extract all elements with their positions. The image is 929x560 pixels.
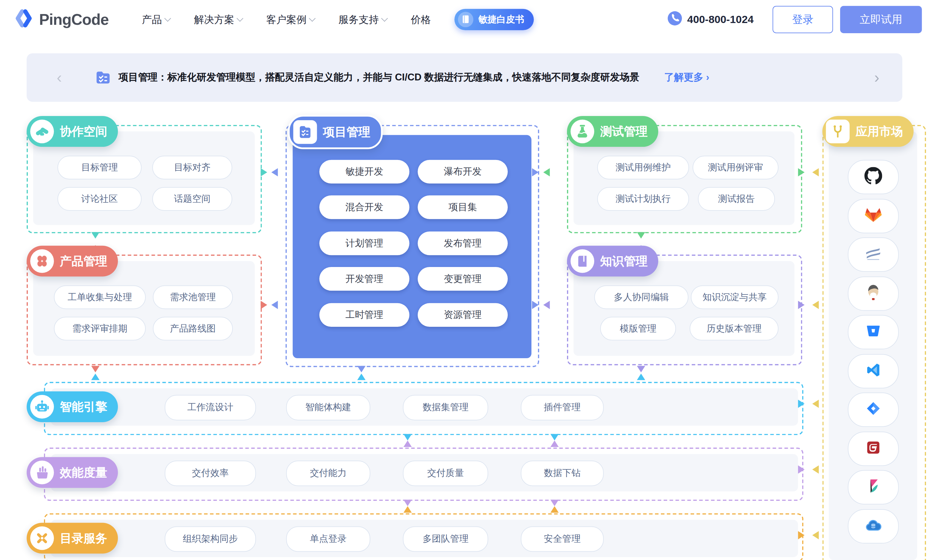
feature-org-sync[interactable]: 组织架构同步	[164, 526, 256, 552]
feature-program[interactable]: 项目集	[418, 195, 508, 219]
feature-goal-alignment[interactable]: 目标对齐	[152, 156, 232, 179]
feature-delivery-capability[interactable]: 交付能力	[286, 461, 370, 486]
arrow-ai-to-project	[357, 374, 366, 380]
jira-icon	[865, 400, 881, 419]
agile-whitepaper-button[interactable]: 敏捷白皮书	[454, 9, 533, 30]
feature-knowledge-sharing[interactable]: 知识沉淀与共享	[691, 285, 779, 309]
feature-template-management[interactable]: 模版管理	[600, 317, 676, 340]
app-cloud-database[interactable]	[848, 509, 899, 543]
feature-version-history[interactable]: 历史版本管理	[690, 317, 779, 340]
cloud-database-icon	[865, 516, 882, 536]
flower-icon	[30, 249, 54, 273]
banner-next-arrow[interactable]: ›	[868, 70, 886, 85]
banner-message: 项目管理：标准化研发管理模型，搭配灵活自定义能力，并能与 CI/CD 数据进行无…	[118, 71, 639, 84]
arrow-collab-to-product	[91, 232, 100, 239]
arrow-project-to-collab	[271, 168, 278, 176]
app-github[interactable]	[848, 160, 899, 194]
feature-agile-dev[interactable]: 敏捷开发	[319, 160, 409, 184]
arrow-metrics-to-ai	[404, 441, 412, 447]
arrow-test-to-project	[543, 168, 550, 176]
project-management-icon	[95, 69, 111, 86]
jenkins-icon	[865, 284, 882, 304]
banner-prev-arrow[interactable]: ‹	[50, 70, 68, 85]
feature-requirement-review[interactable]: 需求评审排期	[54, 317, 146, 340]
arrow-directory-to-metrics-2	[550, 506, 559, 513]
arrow-metrics-to-directory	[404, 500, 412, 506]
knowledge-section-label: 知识管理	[567, 246, 658, 277]
feature-product-roadmap[interactable]: 产品路线图	[153, 317, 233, 340]
feature-discussion-community[interactable]: 讨论社区	[57, 187, 141, 211]
flask-icon	[570, 119, 594, 143]
kibana-icon	[865, 478, 881, 497]
collab-section-label: 协作空间	[27, 116, 118, 147]
app-jira[interactable]	[848, 393, 899, 427]
feature-testplan-execute[interactable]: 测试计划执行	[597, 187, 689, 211]
feature-agent-builder[interactable]: 智能体构建	[286, 395, 370, 420]
pingcode-logo[interactable]: PingCode	[13, 8, 109, 31]
nav-support[interactable]: 服务支持	[339, 13, 387, 27]
arrow-project-to-product	[271, 301, 278, 309]
feature-hybrid-dev[interactable]: 混合开发	[319, 195, 409, 219]
feature-test-report[interactable]: 测试报告	[698, 187, 775, 211]
app-jenkins[interactable]	[848, 277, 899, 311]
app-bitbucket[interactable]	[848, 315, 899, 349]
arrow-test-to-market	[798, 168, 805, 176]
feature-dataset-management[interactable]: 数据集管理	[403, 395, 488, 420]
arrow-metrics-to-market	[798, 465, 805, 474]
top-navbar: PingCode 产品 解决方案 客户案例 服务支持 价格 敏捷白皮书	[0, 0, 929, 39]
feature-timesheet-management[interactable]: 工时管理	[319, 303, 409, 327]
feature-sso[interactable]: 单点登录	[286, 526, 370, 552]
main-nav: 产品 解决方案 客户案例 服务支持 价格 敏捷白皮书	[142, 9, 534, 30]
feature-resource-management[interactable]: 资源管理	[418, 303, 508, 327]
feature-multi-team[interactable]: 多团队管理	[403, 526, 488, 552]
product-section-label: 产品管理	[27, 246, 118, 277]
phone-contact[interactable]: 400-800-1024	[667, 11, 753, 29]
market-section-label: 应用市场	[822, 116, 914, 147]
feature-topic-space[interactable]: 话题空间	[152, 187, 232, 211]
feature-security-management[interactable]: 安全管理	[521, 526, 604, 552]
login-button[interactable]: 登录	[773, 6, 833, 33]
arrow-test-to-knowledge	[637, 232, 645, 239]
feature-release-management[interactable]: 发布管理	[418, 231, 508, 255]
learn-more-link[interactable]: 了解更多 ›	[664, 71, 710, 84]
app-gitee[interactable]	[848, 432, 899, 466]
nav-solutions[interactable]: 解决方案	[194, 13, 242, 27]
tools-icon	[30, 526, 54, 550]
arrow-market-to-knowledge	[812, 301, 819, 309]
feature-testcase-review[interactable]: 测试用例评审	[693, 156, 779, 179]
arrow-ai-to-knowledge	[637, 374, 645, 380]
arrow-directory-to-market	[798, 531, 805, 539]
free-trial-button[interactable]: 立即试用	[840, 6, 922, 33]
nav-customers[interactable]: 客户案例	[266, 13, 315, 27]
feature-delivery-quality[interactable]: 交付质量	[403, 461, 488, 486]
app-subversion[interactable]	[848, 237, 899, 272]
app-gitlab[interactable]	[848, 199, 899, 233]
feature-goal-management[interactable]: 目标管理	[57, 156, 141, 179]
arrow-project-to-ai	[357, 366, 366, 373]
feature-backlog-management[interactable]: 需求池管理	[153, 285, 233, 309]
nav-products[interactable]: 产品	[142, 13, 170, 27]
nav-pricing[interactable]: 价格	[411, 13, 431, 27]
gitlab-icon	[865, 206, 882, 226]
feature-collab-editing[interactable]: 多人协同编辑	[594, 285, 688, 309]
arrow-market-to-ai	[812, 400, 819, 408]
arrow-ai-to-product	[91, 374, 100, 380]
feature-plan-management[interactable]: 计划管理	[319, 231, 409, 255]
app-vscode[interactable]	[848, 354, 899, 389]
feature-data-drilldown[interactable]: 数据下钻	[521, 461, 604, 486]
feature-delivery-efficiency[interactable]: 交付效率	[164, 461, 256, 486]
feature-ticket-collection[interactable]: 工单收集与处理	[54, 285, 146, 309]
feature-waterfall-dev[interactable]: 瀑布开发	[418, 160, 508, 184]
feature-plugin-management[interactable]: 插件管理	[521, 395, 604, 420]
arrow-collab-to-project	[261, 168, 267, 176]
feature-workflow-design[interactable]: 工作流设计	[164, 395, 256, 420]
arrow-metrics-to-ai-2	[550, 441, 559, 447]
app-kibana[interactable]	[848, 470, 899, 504]
pingcode-product-page: PingCode 产品 解决方案 客户案例 服务支持 价格 敏捷白皮书	[0, 0, 929, 560]
vscode-icon	[865, 362, 881, 381]
feature-change-management[interactable]: 变更管理	[418, 267, 508, 291]
feature-dev-management[interactable]: 开发管理	[319, 267, 409, 291]
feature-testcase-maintain[interactable]: 测试用例维护	[597, 156, 689, 179]
arrow-directory-to-metrics	[404, 506, 412, 513]
book-icon	[570, 249, 594, 273]
